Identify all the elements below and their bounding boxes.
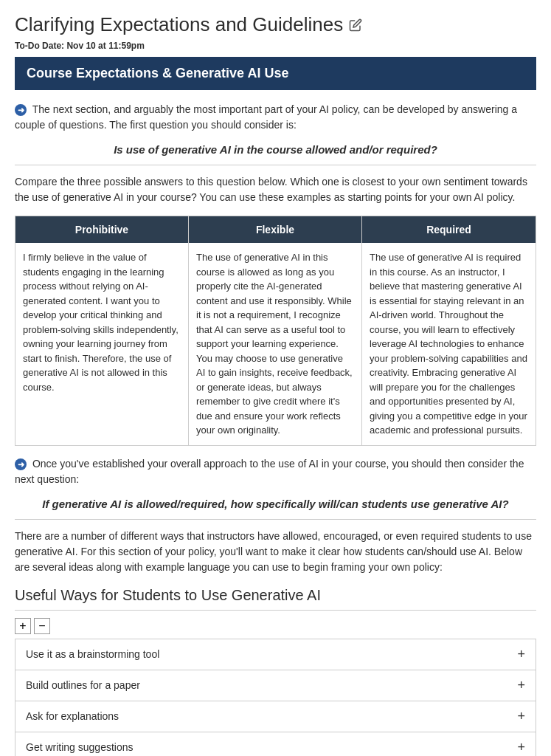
comparison-table: Prohibitive I firmly believe in the valu… [15, 216, 536, 446]
useful-ways-section: Useful Ways for Students to Use Generati… [15, 587, 536, 757]
accordion-item-1[interactable]: Build outlines for a paper + [15, 670, 536, 701]
accordion-plus-2: + [517, 709, 525, 724]
required-body: The use of generative AI is required in … [362, 243, 536, 445]
page-title: Clarifying Expectations and Guidelines [15, 13, 536, 36]
accordion-label-3: Get writing suggestions [26, 741, 134, 753]
accordion-label-2: Ask for explanations [26, 710, 119, 722]
transition-block: ➜ Once you've established your overall a… [15, 456, 536, 487]
divider-1 [15, 165, 536, 165]
todo-date: To-Do Date: Nov 10 at 11:59pm [15, 41, 536, 51]
prohibitive-body: I firmly believe in the value of student… [15, 243, 188, 402]
accordion-item-3[interactable]: Get writing suggestions + [15, 732, 536, 757]
prohibitive-col: Prohibitive I firmly believe in the valu… [15, 216, 189, 445]
compare-paragraph: Compare the three possible answers to th… [15, 174, 536, 205]
collapse-all-button[interactable]: − [34, 618, 50, 634]
section-header: Course Expectations & Generative AI Use [15, 57, 536, 90]
info-icon-2: ➜ [15, 458, 27, 470]
accordion-item-2[interactable]: Ask for explanations + [15, 701, 536, 732]
info-icon: ➜ [15, 104, 27, 116]
question-1: Is use of generative AI in the course al… [15, 143, 536, 156]
expand-collapse-row: + − [15, 618, 536, 634]
intro-block: ➜ The next section, and arguably the mos… [15, 102, 536, 133]
expand-all-button[interactable]: + [15, 618, 31, 634]
required-col: Required The use of generative AI is req… [362, 216, 536, 445]
required-header: Required [362, 216, 536, 243]
accordion-list: Use it as a brainstorming tool + Build o… [15, 639, 536, 757]
accordion-plus-0: + [517, 647, 525, 662]
divider-2 [15, 519, 536, 520]
useful-ways-title: Useful Ways for Students to Use Generati… [15, 587, 536, 611]
accordion-label-0: Use it as a brainstorming tool [26, 648, 159, 660]
policy-paragraph: There are a number of different ways tha… [15, 529, 536, 575]
accordion-plus-3: + [517, 740, 525, 755]
question-2: If generative AI is allowed/required, ho… [15, 498, 536, 510]
flexible-col: Flexible The use of generative AI in thi… [189, 216, 362, 445]
edit-icon[interactable] [349, 18, 362, 32]
flexible-body: The use of generative AI in this course … [189, 243, 361, 445]
accordion-plus-1: + [517, 678, 525, 693]
prohibitive-header: Prohibitive [15, 216, 188, 243]
flexible-header: Flexible [189, 216, 361, 243]
accordion-item-0[interactable]: Use it as a brainstorming tool + [15, 639, 536, 670]
accordion-label-1: Build outlines for a paper [26, 679, 140, 691]
